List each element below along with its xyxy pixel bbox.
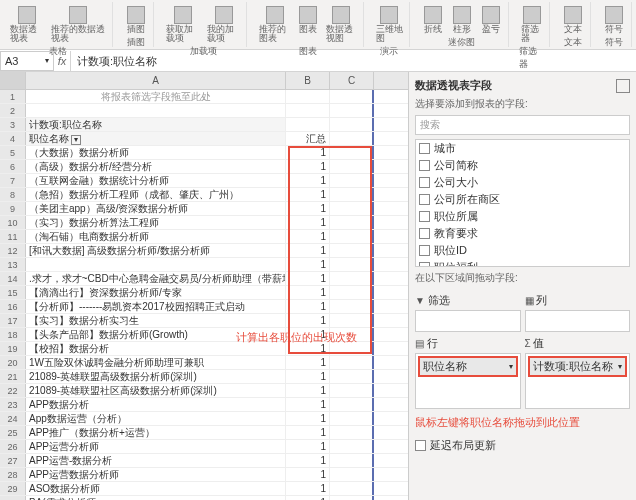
- table-row[interactable]: 17【实习】数据分析实习生1: [0, 314, 408, 328]
- ribbon-btn[interactable]: 符号: [601, 4, 627, 36]
- drag-subtitle: 在以下区域间拖动字段:: [415, 271, 630, 285]
- pivot-field-panel: 数据透视表字段 选择要添加到报表的字段: 搜索 城市公司简称公司大小公司所在商区…: [408, 72, 636, 500]
- field-item[interactable]: 职位所属: [416, 208, 629, 225]
- worksheet[interactable]: A B C 1将报表筛选字段拖至此处23计数项:职位名称4职位名称▾汇总5（大数…: [0, 72, 408, 500]
- values-area[interactable]: 计数项:职位名称▾: [525, 353, 631, 409]
- table-row[interactable]: 23APP数据分析1: [0, 398, 408, 412]
- annotation-text-2: 鼠标左键将职位名称拖动到此位置: [415, 415, 630, 430]
- ribbon-btn[interactable]: 折线: [420, 4, 446, 36]
- ribbon-btn[interactable]: 图表: [295, 4, 321, 45]
- table-row[interactable]: 8（急招）数据分析工程师（成都、肇庆、广州）1: [0, 188, 408, 202]
- checkbox-icon[interactable]: [419, 160, 430, 171]
- table-row[interactable]: 6（高级）数据分析/经营分析1: [0, 160, 408, 174]
- ribbon-btn[interactable]: 筛选器: [519, 4, 545, 45]
- table-row[interactable]: 12[和讯大数据] 高级数据分析师/数据分析师1: [0, 244, 408, 258]
- field-item[interactable]: 城市: [416, 140, 629, 157]
- table-row[interactable]: 29ASO数据分析师1: [0, 482, 408, 496]
- defer-update[interactable]: 延迟布局更新: [415, 438, 630, 453]
- rows-label: ▤ 行: [415, 336, 521, 351]
- filter-area[interactable]: [415, 310, 521, 332]
- table-row[interactable]: 2: [0, 104, 408, 118]
- filter-label: ▼ 筛选: [415, 293, 521, 308]
- checkbox-icon[interactable]: [419, 262, 430, 267]
- col-header-c[interactable]: C: [330, 72, 374, 89]
- checkbox-icon[interactable]: [419, 143, 430, 154]
- field-list[interactable]: 城市公司简称公司大小公司所在商区职位所属教育要求职位ID职位福利职位名称▾数据分…: [415, 139, 630, 267]
- ribbon-btn[interactable]: 获取加载项: [164, 4, 202, 45]
- chevron-down-icon: ▾: [45, 56, 49, 65]
- table-row[interactable]: 3计数项:职位名称: [0, 118, 408, 132]
- row-field-tag[interactable]: 职位名称▾: [418, 356, 518, 377]
- field-item[interactable]: 公司简称: [416, 157, 629, 174]
- field-item[interactable]: 教育要求: [416, 225, 629, 242]
- rows-area[interactable]: 职位名称▾: [415, 353, 521, 409]
- table-row[interactable]: 10（实习）数据分析算法工程师1: [0, 216, 408, 230]
- cols-area[interactable]: [525, 310, 631, 332]
- field-item[interactable]: 职位ID: [416, 242, 629, 259]
- table-row[interactable]: 131: [0, 258, 408, 272]
- table-row[interactable]: 2121089-英雄联盟高级数据分析师(深圳)1: [0, 370, 408, 384]
- col-header-b[interactable]: B: [286, 72, 330, 89]
- table-row[interactable]: 1将报表筛选字段拖至此处: [0, 90, 408, 104]
- ribbon-btn[interactable]: 推荐的数据透视表: [49, 4, 108, 45]
- col-header-a[interactable]: A: [26, 72, 286, 89]
- ribbon-btn[interactable]: 数据透视表: [8, 4, 46, 45]
- formula-input[interactable]: 计数项:职位名称: [70, 51, 636, 71]
- name-box[interactable]: A3▾: [0, 51, 54, 71]
- table-row[interactable]: 7（互联网金融）数据统计分析师1: [0, 174, 408, 188]
- table-row[interactable]: 24App数据运营（分析）1: [0, 412, 408, 426]
- checkbox-icon[interactable]: [419, 177, 430, 188]
- panel-subtitle: 选择要添加到报表的字段:: [415, 97, 630, 111]
- ribbon-btn[interactable]: 文本: [560, 4, 586, 36]
- cols-label: ▦ 列: [525, 293, 631, 308]
- field-item[interactable]: 职位福利: [416, 259, 629, 267]
- table-row[interactable]: 201W五险双休诚聘金融分析师助理可兼职1: [0, 356, 408, 370]
- field-item[interactable]: 公司大小: [416, 174, 629, 191]
- panel-title: 数据透视表字段: [415, 78, 630, 93]
- ribbon-btn[interactable]: 推荐的图表: [257, 4, 292, 45]
- values-label: Σ 值: [525, 336, 631, 351]
- column-headers: A B C: [0, 72, 408, 90]
- fx-icon[interactable]: fx: [54, 55, 70, 67]
- formula-bar: A3▾ fx 计数项:职位名称: [0, 50, 636, 72]
- ribbon-btn[interactable]: 数据透视图: [324, 4, 359, 45]
- table-row[interactable]: 27APP运营-数据分析1: [0, 454, 408, 468]
- ribbon-btn[interactable]: 插图: [123, 4, 149, 36]
- table-row[interactable]: 9（美团主app）高级/资深数据分析师1: [0, 202, 408, 216]
- search-input[interactable]: 搜索: [415, 115, 630, 135]
- table-row[interactable]: 28APP运营数据分析师1: [0, 468, 408, 482]
- ribbon-btn[interactable]: 三维地图: [374, 4, 405, 45]
- table-row[interactable]: 30BA(需求分析师1: [0, 496, 408, 500]
- checkbox-icon[interactable]: [419, 245, 430, 256]
- field-item[interactable]: 公司所在商区: [416, 191, 629, 208]
- gear-icon[interactable]: [616, 79, 630, 93]
- table-row[interactable]: 5（大数据）数据分析师1: [0, 146, 408, 160]
- table-row[interactable]: 4职位名称▾汇总: [0, 132, 408, 146]
- table-row[interactable]: 16【分析师】-------易凯资本2017校园招聘正式启动1: [0, 300, 408, 314]
- ribbon-btn[interactable]: 我的加载项: [205, 4, 243, 45]
- value-field-tag[interactable]: 计数项:职位名称▾: [528, 356, 628, 377]
- table-row[interactable]: 14.求才，求才~CBD中心急聘金融交易员/分析师助理（带薪培训）1: [0, 272, 408, 286]
- annotation-text: 计算出各职位的出现次数: [236, 330, 357, 345]
- ribbon-btn[interactable]: 柱形: [449, 4, 475, 36]
- filter-icon[interactable]: ▾: [71, 135, 81, 145]
- table-row[interactable]: 25APP推广（数据分析+运营）1: [0, 426, 408, 440]
- ribbon-btn[interactable]: 盈亏: [478, 4, 504, 36]
- ribbon: 数据透视表推荐的数据透视表表格插图插图获取加载项我的加载项加载项推荐的图表图表数…: [0, 0, 636, 50]
- checkbox-icon[interactable]: [419, 211, 430, 222]
- checkbox-icon[interactable]: [419, 194, 430, 205]
- table-row[interactable]: 15【滴滴出行】资深数据分析师/专家1: [0, 286, 408, 300]
- table-row[interactable]: 2221089-英雄联盟社区高级数据分析师(深圳)1: [0, 384, 408, 398]
- select-all[interactable]: [0, 72, 26, 89]
- checkbox-icon[interactable]: [419, 228, 430, 239]
- table-row[interactable]: 26APP运营分析师1: [0, 440, 408, 454]
- table-row[interactable]: 11（淘石铺）电商数据分析师1: [0, 230, 408, 244]
